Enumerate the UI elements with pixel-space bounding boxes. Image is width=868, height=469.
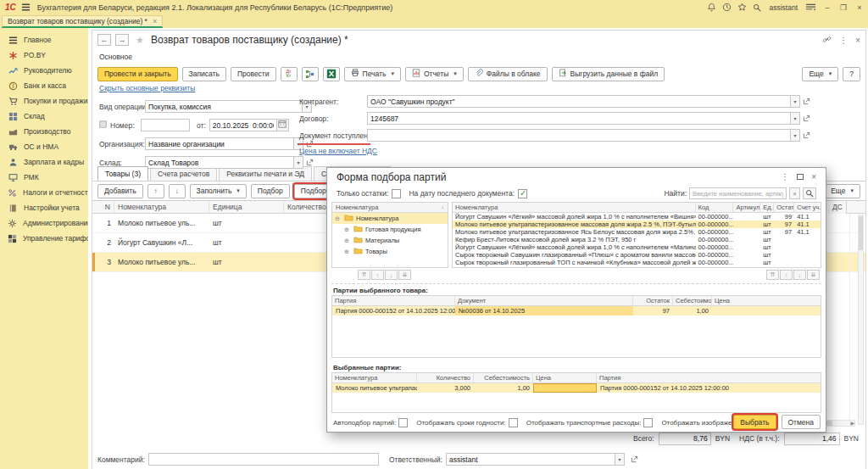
sidebar-item[interactable]: Покупки и продажи <box>0 93 88 109</box>
hide-requisites-link[interactable]: Скрыть основные реквизиты <box>99 84 195 92</box>
contractor-input[interactable] <box>367 95 791 108</box>
items-more-button[interactable]: Еще <box>824 184 860 198</box>
move-down-button[interactable]: ↓ <box>385 270 398 280</box>
contract-open-icon[interactable] <box>803 114 810 122</box>
service-menu-icon[interactable] <box>805 3 816 12</box>
col-name[interactable]: Номенклатура <box>332 373 417 382</box>
sidebar-item[interactable]: Производство <box>0 124 88 139</box>
receipt-doc-dropdown-icon[interactable]: ▾ <box>791 129 800 142</box>
sidebar-item[interactable]: Настройки учета <box>0 200 88 215</box>
sidebar-item[interactable]: Налоги и отчетность <box>0 185 88 200</box>
list-item[interactable]: Йогурт Савушкин «Лёгкий» массовой долей … <box>453 213 821 221</box>
move-down-button[interactable]: ↓ <box>169 184 186 198</box>
sidebar-item[interactable]: PO.BY <box>0 47 88 63</box>
col-account[interactable]: Счет уч.. <box>794 203 821 212</box>
collapse-icon[interactable]: ⊖ <box>335 215 342 222</box>
col-rest[interactable]: Остаток <box>774 203 794 212</box>
vertical-scrollbar[interactable] <box>858 215 864 425</box>
list-move-down-button[interactable]: ↓ <box>793 270 806 280</box>
sidebar-item[interactable]: Склад <box>0 109 88 124</box>
col-price[interactable]: Цена <box>533 373 597 382</box>
restore-button[interactable]: ❐ <box>838 3 849 12</box>
price-edit-cell[interactable] <box>533 383 597 393</box>
date-input[interactable] <box>209 119 277 131</box>
star-icon[interactable] <box>737 3 747 12</box>
col-batch[interactable]: Партия <box>597 373 821 382</box>
col-price[interactable]: Цена <box>712 296 821 305</box>
sidebar-item[interactable]: Администрирование <box>0 215 88 231</box>
batch-row[interactable]: Партия 0000-000152 от 14.10.2025 12:00:0… <box>332 306 821 315</box>
col-rest[interactable]: Остаток <box>633 296 673 305</box>
tab-close-icon[interactable]: × <box>153 17 157 25</box>
move-bottom-button[interactable]: ⇊ <box>398 270 411 280</box>
move-top-button[interactable]: ⇈ <box>358 270 370 280</box>
tree-node[interactable]: ⊕ Товары <box>332 246 448 257</box>
col-cost[interactable]: Себестоимость <box>474 373 533 382</box>
dtkt-postings-button[interactable]: ДтКт <box>281 67 298 81</box>
find-clear-icon[interactable]: × <box>789 187 800 199</box>
tree-header[interactable]: Номенклатура <box>332 203 448 213</box>
on-last-doc-checkbox[interactable] <box>518 189 527 198</box>
form-close-icon[interactable]: × <box>855 36 860 45</box>
back-button[interactable]: ← <box>97 34 111 46</box>
only-leftovers-checkbox[interactable] <box>392 189 401 198</box>
excel-button[interactable] <box>323 67 340 81</box>
vat-link[interactable]: Цена не включает НДС <box>299 147 377 155</box>
organization-input[interactable] <box>145 137 294 150</box>
expand-icon[interactable]: ⊕ <box>344 237 351 244</box>
selected-batch-row[interactable]: Молоко питьевое ультрапастеризова... 3,0… <box>332 383 821 393</box>
number-input[interactable] <box>141 119 190 131</box>
advanced-search-icon[interactable] <box>803 187 816 199</box>
window-tab[interactable]: Возврат товаров поставщику (создание) * … <box>2 15 163 28</box>
post-button[interactable]: Провести <box>231 67 276 81</box>
save-button[interactable]: Записать <box>182 67 226 81</box>
cloud-files-button[interactable]: Файлы в облаке <box>468 67 548 81</box>
col-article[interactable]: Артикул <box>733 203 760 212</box>
structure-button[interactable] <box>302 67 319 81</box>
comment-input[interactable] <box>148 453 379 466</box>
more-button[interactable]: Еще <box>802 67 838 81</box>
move-up-button[interactable]: ↑ <box>371 270 384 280</box>
sidebar-item[interactable]: Банк и касса <box>0 78 88 93</box>
close-button[interactable]: × <box>854 3 865 12</box>
main-menu-icon[interactable] <box>21 3 31 12</box>
responsible-dropdown-icon[interactable]: ▾ <box>615 453 625 466</box>
col-document[interactable]: Документ <box>455 296 633 305</box>
col-code[interactable]: Код <box>696 203 734 212</box>
find-input[interactable] <box>689 187 787 199</box>
col-n[interactable]: N <box>92 201 114 213</box>
add-row-button[interactable]: Добавить <box>97 184 143 198</box>
receipt-doc-open-icon[interactable] <box>803 131 810 139</box>
option-checkbox[interactable] <box>398 418 408 427</box>
option-checkbox[interactable] <box>509 418 518 427</box>
post-and-close-button[interactable]: Провести и закрыть <box>97 67 178 81</box>
col-batch[interactable]: Партия <box>332 296 455 305</box>
sidebar-item[interactable]: Главное <box>0 32 88 47</box>
list-item[interactable]: Сырок творожный глазированный ТОП с начи… <box>453 259 821 266</box>
list-item[interactable]: Молоко питьевое ультрапастеризованное Яс… <box>453 228 821 236</box>
col-nomenclature[interactable]: Номенклатура <box>114 201 209 213</box>
col-cost[interactable]: Себестоимость <box>673 296 712 305</box>
sidebar-item[interactable]: ОС и НМА <box>0 139 88 154</box>
list-item[interactable]: Йогурт Савушкин «Лёгкий» массовой долей … <box>453 243 821 251</box>
contractor-open-icon[interactable] <box>803 98 810 105</box>
more-icon[interactable]: ⋮ <box>839 36 848 45</box>
receipt-doc-input[interactable] <box>367 129 791 142</box>
minimize-button[interactable]: – <box>822 3 832 12</box>
operation-input[interactable] <box>145 100 303 113</box>
fill-button[interactable]: Заполнить <box>190 184 247 198</box>
reports-button[interactable]: Отчеты <box>405 67 464 81</box>
list-move-up-button[interactable]: ↑ <box>780 270 793 280</box>
print-button[interactable]: Печать <box>344 67 401 81</box>
pick-button[interactable]: Подбор <box>251 184 290 198</box>
list-item[interactable]: Кефир Брест-Литовск массовой долей жира … <box>453 236 821 243</box>
option-checkbox[interactable] <box>643 418 653 427</box>
sidebar-item[interactable]: Руководителю <box>0 63 88 78</box>
list-move-top-button[interactable]: ⇈ <box>766 270 779 280</box>
tree-root[interactable]: ⊖ Номенклатура <box>332 213 448 224</box>
tab-goods[interactable]: Товары (3) <box>97 166 148 181</box>
forward-button[interactable]: → <box>115 34 129 46</box>
warehouse-dropdown-icon[interactable]: ▾ <box>294 156 303 169</box>
move-up-button[interactable]: ↑ <box>147 184 164 198</box>
tree-node[interactable]: ⊕ Материалы <box>332 235 448 246</box>
